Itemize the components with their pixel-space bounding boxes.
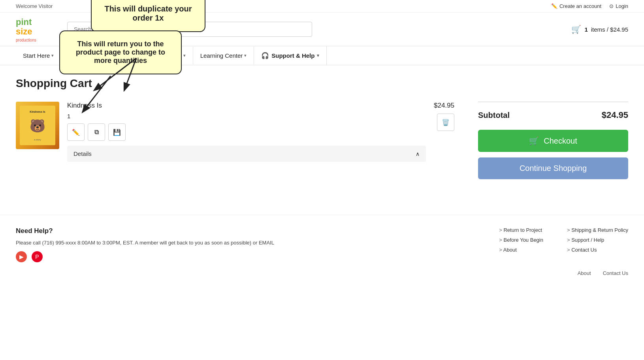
cart-sidebar: Subtotal $24.95 🛒 Checkout Continue Shop… [478,102,628,179]
nav-item-start-here[interactable]: Start Here ▾ [16,47,61,64]
create-account-link[interactable]: ✏️ Create an account [551,3,601,9]
footer-link-return[interactable]: Return to Project [499,227,543,233]
edit-button[interactable]: ✏️ [67,123,85,141]
footer-help-title: Need Help? [16,227,475,235]
footer-links: Return to Project Before You Begin About… [499,227,628,262]
footer-link-col-1: Return to Project Before You Begin About [499,227,543,262]
item-name: Kindness Is [67,102,426,110]
item-price: $24.95 [434,102,454,110]
nav-label-start-here: Start Here [23,52,50,59]
subtotal-row: Subtotal $24.95 [478,110,628,120]
person-icon: ⊙ [609,3,614,9]
cart-text: items / $24.95 [591,26,628,33]
main-content: Shopping Cart Kindness Is 🐻 a story Kind… [0,65,644,191]
item-details-wrapper: Kindness Is 1 ✏️ ⧉ 💾 [67,102,426,162]
delete-button[interactable]: 🗑️ [437,114,454,131]
cart-count: 1 [584,26,588,33]
cart-items: Kindness Is 🐻 a story Kindness Is 1 ✏️ [16,102,454,179]
chevron-down-icon: ▾ [244,53,247,58]
cart-item: Kindness Is 🐻 a story Kindness Is 1 ✏️ [16,102,454,170]
logo-prod: productions [16,38,36,42]
duplicate-button[interactable]: ⧉ [88,123,105,141]
pinterest-icon[interactable]: P [32,251,43,262]
chevron-down-icon: ▾ [183,53,186,58]
nav-item-support[interactable]: 🎧 Support & Help ▾ [254,46,327,65]
item-quantity: 1 [67,113,426,119]
details-row[interactable]: Details ∧ [67,146,426,162]
chevron-down-icon: ▾ [51,53,54,58]
pencil-icon: ✏️ [551,3,557,9]
pencil-icon: ✏️ [72,129,80,136]
item-row-right: $24.95 🗑️ [434,102,454,131]
logo-size: size [16,27,32,36]
footer-contact-link[interactable]: Contact Us [603,270,628,276]
logo[interactable]: pint size productions [16,17,51,41]
footer-help: Need Help? Please call (716) 995-xxxx 8:… [16,227,475,262]
footer: Need Help? Please call (716) 995-xxxx 8:… [0,215,644,288]
cart-icon: 🛒 [571,25,581,34]
headset-icon: 🎧 [261,52,269,59]
copy-icon: ⧉ [94,129,99,136]
cart-checkout-icon: 🛒 [529,136,539,146]
footer-link-about[interactable]: About [499,247,543,253]
details-label: Details [73,150,92,157]
footer-link-before[interactable]: Before You Begin [499,237,543,243]
logo-pint: pint [16,17,32,27]
footer-content: Need Help? Please call (716) 995-xxxx 8:… [16,227,628,262]
cart-info[interactable]: 🛒 1 items / $24.95 [571,25,628,34]
footer-link-contact[interactable]: Contact Us [567,247,628,253]
top-bar-right: ✏️ Create an account ⊙ Login [551,3,628,9]
book-bear-icon: 🐻 [30,118,45,133]
subtotal-label: Subtotal [478,111,510,120]
book-title-art: Kindness Is [30,110,45,113]
login-link[interactable]: ⊙ Login [609,3,628,9]
footer-link-shipping[interactable]: Shipping & Return Policy [567,227,628,233]
nav-item-learning[interactable]: Learning Center ▾ [193,47,254,64]
footer-social: ▶ P [16,251,475,262]
youtube-icon[interactable]: ▶ [16,251,27,262]
continue-shopping-button[interactable]: Continue Shopping [478,157,628,179]
cart-area: Kindness Is 🐻 a story Kindness Is 1 ✏️ [16,102,628,179]
details-chevron-icon: ∧ [416,151,420,157]
footer-link-support[interactable]: Support / Help [567,237,628,243]
footer-bottom: About Contact Us [16,270,628,276]
footer-about-link[interactable]: About [578,270,591,276]
checkout-button[interactable]: 🛒 Checkout [478,130,628,152]
chevron-down-icon: ▾ [317,53,319,58]
product-thumbnail: Kindness Is 🐻 a story [16,102,59,149]
footer-help-text: Please call (716) 995-xxxx 8:00AM to 3:0… [16,239,475,247]
tooltip-duplicate: This will duplicate your order 1x [91,0,205,32]
book-subtitle-art: a story [34,138,41,141]
floppy-icon: 💾 [113,129,121,136]
subtotal-amount: $24.95 [602,110,628,120]
nav-label-learning: Learning Center [200,52,243,59]
save-button[interactable]: 💾 [108,123,126,141]
sidebar-divider [478,102,628,102]
footer-link-col-2: Shipping & Return Policy Support / Help … [567,227,628,262]
page-title: Shopping Cart [16,77,628,90]
product-thumb-inner: Kindness Is 🐻 a story [20,106,55,145]
nav-label-support: Support & Help [271,52,314,59]
welcome-text: Welcome Visitor [16,3,53,9]
item-actions: ✏️ ⧉ 💾 [67,123,426,141]
tooltip-return: This will return you to the product page… [59,30,182,74]
trash-icon: 🗑️ [442,119,450,126]
